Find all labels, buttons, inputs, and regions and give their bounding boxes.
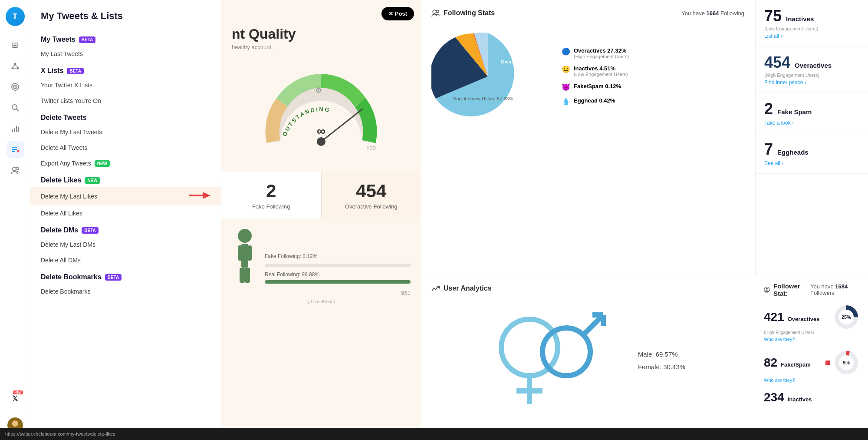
sidebar-icon-delete[interactable] bbox=[7, 141, 24, 158]
svg-text:∞: ∞ bbox=[317, 124, 326, 138]
follower-inactives: 234 Inactives bbox=[764, 390, 859, 404]
user-analytics-title: User Analytics bbox=[431, 284, 492, 293]
stat-label-fake: Fake Following bbox=[232, 203, 311, 210]
gauge-svg: ∞ OUTSTANDING 100 ⚙ bbox=[260, 68, 382, 163]
menu-item-delete-last-likes[interactable]: Delete My Last Likes bbox=[30, 187, 221, 205]
arrow-icon bbox=[189, 191, 210, 201]
svg-line-3 bbox=[13, 65, 15, 67]
gender-stats: Male: 69.57% Female: 30.43% bbox=[638, 351, 685, 371]
svg-point-9 bbox=[12, 105, 17, 109]
stat-inactives: 75 Inactives (Low Engagement Users) List… bbox=[756, 0, 868, 46]
menu-item-delete-all-dms[interactable]: Delete All DMs bbox=[30, 252, 221, 268]
app-logo: T bbox=[6, 7, 25, 26]
real-bar-fill bbox=[265, 280, 411, 284]
sidebar-icon-users[interactable] bbox=[7, 162, 24, 179]
legend-inactives: 😐 Inactives 4.51% (Low Engagement Users) bbox=[562, 65, 744, 77]
main-content: ✕ Post nt Quality healthy account. bbox=[221, 0, 868, 440]
svg-point-21 bbox=[16, 167, 19, 170]
following-stats-panel: Following Stats You have 1664 Following bbox=[421, 0, 755, 275]
following-stats-header: Following Stats You have 1664 Following bbox=[431, 9, 744, 17]
take-look-link[interactable]: Take a look › bbox=[764, 120, 859, 126]
sidebar-icon-nodes[interactable] bbox=[7, 57, 24, 75]
menu-item-delete-all-likes[interactable]: Delete All Likes bbox=[30, 205, 221, 221]
center-panel: ✕ Post nt Quality healthy account. bbox=[221, 0, 421, 440]
pie-chart: Overactives: 27.32% Social Savvy Users: … bbox=[431, 24, 553, 129]
new-badge-export: NEW bbox=[95, 160, 110, 167]
stat-overactives: 454 Overactives (High Engagement Users) … bbox=[756, 46, 868, 93]
sidebar-icon-x[interactable]: 𝕏 NEW bbox=[7, 390, 24, 407]
section-delete-bookmarks: Delete Bookmarks BETA bbox=[30, 268, 221, 284]
follower-fakespam-link[interactable]: Who are they? bbox=[764, 377, 795, 383]
user-analytics-header: User Analytics bbox=[431, 284, 744, 293]
section-delete-tweets: Delete Tweets bbox=[30, 109, 221, 124]
pie-legend-wrap: Overactives: 27.32% Social Savvy Users: … bbox=[431, 24, 744, 129]
user-analytics-panel: User Analytics bbox=[421, 275, 755, 440]
following-stats-icon bbox=[431, 9, 440, 17]
pie-legend: 🔵 Overactives 27.32% (High Engagement Us… bbox=[562, 47, 744, 106]
section-my-tweets: My Tweets BETA bbox=[30, 30, 221, 46]
svg-point-23 bbox=[12, 420, 18, 427]
following-stats-text: Fake Following: 0.12% Real Following: 99… bbox=[265, 253, 411, 284]
menu-item-export[interactable]: Export Any Tweets NEW bbox=[30, 155, 221, 171]
follower-stats-icon bbox=[764, 286, 770, 294]
x-post-label: ✕ Post bbox=[388, 10, 407, 17]
svg-point-37 bbox=[433, 10, 436, 13]
legend-egghead: 💧 Egghead 0.42% bbox=[562, 97, 744, 106]
sidebar-icon-target[interactable] bbox=[7, 78, 24, 96]
red-square-indicator bbox=[825, 361, 830, 365]
fake-bar bbox=[265, 264, 411, 267]
stick-figure bbox=[232, 227, 258, 284]
status-url: https://twitter.circleboom.com/my-tweets… bbox=[5, 431, 115, 437]
new-badge: NEW bbox=[13, 390, 23, 394]
menu-item-lists-on[interactable]: Twitter Lists You're On bbox=[30, 93, 221, 109]
inner-peace-link[interactable]: Find inner peace › bbox=[764, 79, 859, 86]
svg-rect-11 bbox=[12, 129, 13, 132]
menu-item-delete-last-dms[interactable]: Delete My Last DMs bbox=[30, 237, 221, 252]
new-badge-likes: NEW bbox=[85, 177, 100, 184]
menu-item-last-tweets[interactable]: My Last Tweets bbox=[30, 46, 221, 62]
list-all-link[interactable]: List all › bbox=[764, 33, 859, 39]
svg-line-4 bbox=[15, 65, 18, 67]
stat-number-fake: 2 bbox=[232, 181, 311, 202]
follower-overactives-link[interactable]: Who are they? bbox=[764, 337, 795, 342]
beta-badge-xlists: BETA bbox=[67, 68, 83, 74]
beta-badge-tweets: BETA bbox=[79, 36, 95, 43]
right-top: Following Stats You have 1664 Following bbox=[421, 0, 868, 275]
menu-item-delete-bookmarks[interactable]: Delete Bookmarks bbox=[30, 284, 221, 299]
content-area: ✕ Post nt Quality healthy account. bbox=[221, 0, 868, 440]
svg-rect-36 bbox=[245, 268, 250, 283]
svg-text:100: 100 bbox=[366, 145, 376, 152]
x-post-button[interactable]: ✕ Post bbox=[381, 7, 414, 20]
svg-text:⚙: ⚙ bbox=[315, 86, 322, 95]
sidebar-icon-search[interactable] bbox=[7, 99, 24, 116]
svg-line-45 bbox=[584, 315, 603, 334]
menu-item-delete-all[interactable]: Delete All Tweets bbox=[30, 140, 221, 155]
donut-label-fakespam: 5% bbox=[843, 360, 850, 365]
svg-point-20 bbox=[13, 167, 16, 171]
real-following-label: Real Following: 99.88% bbox=[265, 271, 411, 278]
male-stat: Male: 69.57% bbox=[638, 351, 685, 358]
menu-item-your-lists[interactable]: Your Twitter X Lists bbox=[30, 77, 221, 93]
svg-point-0 bbox=[14, 63, 16, 65]
donut-fakespam: 5% bbox=[833, 350, 859, 376]
follower-stats-header: Follower Stat: You have 1684 Followers bbox=[764, 282, 859, 297]
section-delete-likes: Delete Likes NEW bbox=[30, 171, 221, 187]
legend-overactives: 🔵 Overactives 27.32% (High Engagement Us… bbox=[562, 47, 744, 59]
svg-rect-12 bbox=[14, 128, 15, 132]
svg-rect-13 bbox=[16, 126, 17, 132]
sidebar-icon-grid[interactable]: ⊞ bbox=[7, 36, 24, 54]
sidebar-icon-chart[interactable] bbox=[7, 120, 24, 137]
right-stats-panel: 75 Inactives (Low Engagement Users) List… bbox=[755, 0, 868, 275]
logo-letter: T bbox=[13, 12, 17, 21]
legend-fakespam: 😈 Fake/Spam 0.12% bbox=[562, 83, 744, 91]
svg-point-31 bbox=[238, 229, 252, 243]
menu-item-delete-last[interactable]: Delete My Last Tweets bbox=[30, 124, 221, 140]
stat-eggheads: 7 Eggheads See all › bbox=[756, 133, 868, 174]
dropdown-title: My Tweets & Lists bbox=[30, 7, 221, 30]
follower-stats-panel: Follower Stat: You have 1684 Followers 4… bbox=[755, 275, 868, 440]
figure-wrap: Fake Following: 0.12% Real Following: 99… bbox=[232, 227, 411, 284]
see-all-link[interactable]: See all › bbox=[764, 160, 859, 166]
circleboom-credit: y Circleboom bbox=[232, 299, 411, 304]
stat-card-fake: 2 Fake Following bbox=[221, 172, 321, 218]
stat-number-overactive: 454 bbox=[332, 181, 411, 202]
